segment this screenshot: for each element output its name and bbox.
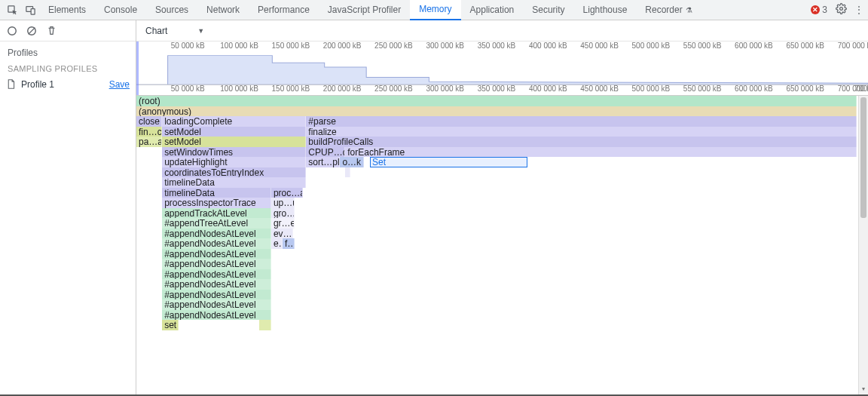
tab-performance[interactable]: Performance xyxy=(249,0,319,20)
ruler-tick: 400 000 kB xyxy=(529,84,567,93)
profiles-sidebar: Profiles SAMPLING PROFILES Profile 1 Sav… xyxy=(0,20,136,394)
svg-rect-2 xyxy=(31,8,35,14)
vertical-scrollbar[interactable]: ▾ xyxy=(858,96,868,394)
flame-cell[interactable]: ev…ew xyxy=(271,229,293,239)
flame-cell[interactable]: appendTrackAtLevel xyxy=(162,208,271,219)
flame-cell[interactable]: (root) xyxy=(136,96,857,106)
profile-name: Profile 1 xyxy=(21,79,105,90)
flame-cell[interactable]: #appendNodesAtLevel xyxy=(162,229,271,239)
sampling-profiles-label: SAMPLING PROFILES xyxy=(0,61,136,76)
flame-cell[interactable]: #appendNodesAtLevel xyxy=(162,249,271,259)
flame-cell[interactable]: setModel xyxy=(162,127,306,137)
record-icon[interactable] xyxy=(6,25,18,37)
svg-point-3 xyxy=(839,8,842,11)
save-link[interactable]: Save xyxy=(109,79,130,90)
overview-strip[interactable]: 50 000 kB100 000 kB150 000 kB200 000 kB2… xyxy=(136,41,868,96)
flame-cell[interactable]: buildProfileCalls xyxy=(306,137,857,147)
flame-cell[interactable]: finalize xyxy=(306,127,857,137)
delete-icon[interactable] xyxy=(45,25,57,37)
document-icon xyxy=(6,79,17,90)
flame-cell[interactable]: updateHighlight xyxy=(162,157,306,167)
flame-cell[interactable]: #appendTreeAtLevel xyxy=(162,218,271,229)
flame-cell[interactable]: #appendNodesAtLevel xyxy=(162,299,271,310)
flame-cell[interactable]: #appendNodesAtLevel xyxy=(162,269,271,280)
tab-sources[interactable]: Sources xyxy=(146,0,197,20)
error-counter[interactable]: ✕ 3 xyxy=(811,5,827,15)
flame-cell[interactable]: setWindowTimes xyxy=(162,147,306,158)
flame-cell[interactable]: coordinatesToEntryIndex xyxy=(162,167,306,178)
tab-network[interactable]: Network xyxy=(197,0,249,20)
ruler-tick: 650 000 kB xyxy=(786,84,824,93)
workbench: Profiles SAMPLING PROFILES Profile 1 Sav… xyxy=(0,20,868,396)
view-mode-select[interactable]: Chart ▼ xyxy=(141,24,209,38)
ruler-tick: 250 000 kB xyxy=(374,84,413,93)
flame-cell[interactable]: timelineData xyxy=(162,188,271,198)
ruler-tick: 350 000 kB xyxy=(478,84,516,93)
flame-cell[interactable]: #appendNodesAtLevel xyxy=(162,279,271,290)
tab-application[interactable]: Application xyxy=(461,0,524,20)
devtools-tabstrip: ElementsConsoleSourcesNetworkPerformance… xyxy=(0,0,868,20)
tab-memory[interactable]: Memory xyxy=(410,0,460,20)
ruler-tick: 50 000 kB xyxy=(171,84,205,93)
scroll-down-icon[interactable]: ▾ xyxy=(859,385,868,394)
device-toolbar-icon[interactable] xyxy=(21,0,39,20)
profile-item[interactable]: Profile 1 Save xyxy=(0,76,136,93)
flame-cell[interactable]: #appendNodesAtLevel xyxy=(162,238,271,249)
tab-recorder[interactable]: Recorder⚗ xyxy=(636,0,701,20)
clear-icon[interactable] xyxy=(26,25,38,37)
flame-cell[interactable]: #appendNodesAtLevel xyxy=(162,290,271,300)
flame-cell[interactable]: loadingComplete xyxy=(162,116,306,127)
flame-cell[interactable]: #parse xyxy=(306,116,857,127)
flame-cell[interactable]: pa…at xyxy=(136,137,162,147)
flame-cell[interactable]: proc…ata xyxy=(271,188,303,198)
more-menu-icon[interactable]: ⋮ xyxy=(850,5,868,15)
flame-cell[interactable]: set xyxy=(162,320,179,330)
scrollbar-thumb[interactable] xyxy=(860,97,866,218)
flame-cell[interactable]: gr…ew xyxy=(271,218,295,229)
flame-cell[interactable]: f…r xyxy=(283,238,295,249)
tab-elements[interactable]: Elements xyxy=(39,0,95,20)
svg-line-6 xyxy=(29,27,35,34)
flame-cell[interactable]: forEachFrame xyxy=(345,147,857,158)
flame-cell[interactable]: processInspectorTrace xyxy=(162,198,271,208)
flame-chart[interactable]: (root)(anonymous)closeloadingComplete#pa… xyxy=(136,96,868,394)
flame-cell[interactable] xyxy=(259,320,271,330)
flame-cell[interactable]: #appendNodesAtLevel xyxy=(162,310,271,321)
tab-javascript-profiler[interactable]: JavaScript Profiler xyxy=(319,0,410,20)
tab-lighthouse[interactable]: Lighthouse xyxy=(574,0,637,20)
flame-cell[interactable]: fin…ce xyxy=(136,127,162,137)
ruler-tick: 300 000 kB xyxy=(426,84,464,93)
ruler-bottom: 50 000 kB100 000 kB150 000 kB200 000 kB2… xyxy=(136,84,868,95)
ruler-tick: 600 000 kB xyxy=(735,84,773,93)
view-mode-value: Chart xyxy=(145,26,167,36)
flame-cell[interactable]: setModel xyxy=(162,137,306,147)
main-panel: Chart ▼ 50 000 kB100 000 kB150 000 kB200… xyxy=(136,20,868,394)
flame-cell[interactable]: sort…ples xyxy=(306,157,340,167)
flame-cell[interactable]: #appendNodesAtLevel xyxy=(162,259,271,269)
flame-cell[interactable]: (anonymous) xyxy=(136,106,857,117)
flask-icon: ⚗ xyxy=(686,6,692,14)
ruler-tick: 500 000 kB xyxy=(632,84,671,93)
error-icon: ✕ xyxy=(811,5,820,14)
sidebar-toolbar xyxy=(0,20,136,41)
main-toolbar: Chart ▼ xyxy=(136,20,868,41)
flame-cell[interactable]: e… xyxy=(271,238,283,249)
flame-cell[interactable]: timelineData xyxy=(162,177,306,188)
ruler-tick: 700 0 xyxy=(854,84,868,93)
profiles-heading: Profiles xyxy=(0,41,136,61)
flame-cell[interactable] xyxy=(345,167,350,178)
flame-cell[interactable]: up…up xyxy=(271,198,295,208)
ruler-tick: 200 000 kB xyxy=(323,84,362,93)
ruler-tick: 100 000 kB xyxy=(220,84,258,93)
settings-icon[interactable] xyxy=(832,3,850,17)
inspect-element-icon[interactable] xyxy=(3,0,21,20)
ruler-tick: 450 000 kB xyxy=(580,84,619,93)
tab-console[interactable]: Console xyxy=(95,0,146,20)
flame-cell[interactable]: Set xyxy=(370,157,527,167)
flame-cell[interactable]: CPUP…del xyxy=(306,147,345,158)
flame-cell[interactable]: o…k xyxy=(340,157,363,167)
tab-security[interactable]: Security xyxy=(523,0,573,20)
flame-cell[interactable]: gro…ts xyxy=(271,208,295,219)
flame-cell[interactable]: close xyxy=(136,116,162,127)
svg-point-4 xyxy=(8,26,17,35)
